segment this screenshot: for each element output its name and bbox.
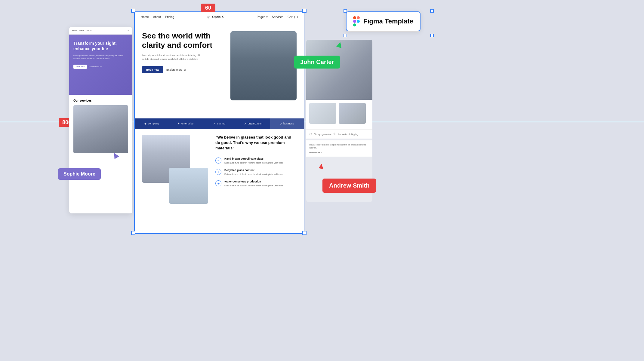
book-now-button[interactable]: Book now bbox=[142, 66, 163, 73]
tabs-bar: ◈ company ✦ enterprise ↗ startup ⟳ organ… bbox=[135, 118, 304, 129]
right-badges-row: ⊙ 30 days guarantee ✈ International ship… bbox=[306, 129, 372, 139]
nav-pages[interactable]: Pages ▾ bbox=[257, 15, 268, 19]
shipping-icon: ✈ bbox=[333, 132, 336, 136]
company-icon: ◈ bbox=[144, 122, 146, 125]
feature-desc-3: Duis aute irure dolor in reprehenderit i… bbox=[224, 184, 283, 187]
john-carter-badge: John Carter bbox=[294, 56, 340, 69]
figma-logo bbox=[353, 16, 360, 26]
figma-template-badge: Figma Template bbox=[346, 11, 421, 31]
left-explore-label: Explore more bbox=[89, 66, 100, 68]
left-explore-button[interactable]: Explore more ⊕ bbox=[89, 66, 102, 68]
logo-text: Optic X bbox=[212, 15, 224, 19]
enterprise-icon: ✦ bbox=[177, 122, 180, 125]
glasses-photo-2 bbox=[339, 103, 366, 124]
figma-handle-br[interactable] bbox=[430, 34, 434, 37]
left-hero: Transform your sight, enhance your life … bbox=[69, 35, 132, 95]
logo-icon: ◎ bbox=[207, 15, 210, 19]
hero-image bbox=[230, 31, 297, 100]
tab-organization[interactable]: ⟳ organization bbox=[236, 118, 270, 129]
right-hero-image bbox=[306, 40, 372, 100]
right-content-text: ulputat sed do eiusmod tempor incididunt… bbox=[309, 143, 369, 150]
tab-business[interactable]: ◇ business bbox=[270, 118, 304, 129]
figma-dot-purple bbox=[353, 20, 356, 23]
site-nav-right: Pages ▾ Services Cart (1) bbox=[257, 15, 298, 19]
left-explore-icon: ⊕ bbox=[100, 66, 102, 68]
feature-desc-2: Duis aute irure dolor in reprehenderit i… bbox=[224, 173, 283, 176]
feature-item-3: ◉ Water-conscious production Duis aute i… bbox=[215, 180, 297, 187]
tab-company[interactable]: ◈ company bbox=[135, 118, 168, 129]
nav-cart[interactable]: Cart (1) bbox=[288, 15, 298, 19]
feature-icon-1: 〜 bbox=[215, 158, 221, 164]
nav-home[interactable]: Home bbox=[141, 15, 149, 19]
right-product-grid bbox=[309, 103, 369, 124]
hero-buttons: Book now Explore more ⊕ bbox=[142, 66, 224, 73]
figma-dot-green bbox=[353, 23, 356, 26]
explore-button[interactable]: Explore more ⊕ bbox=[166, 68, 186, 71]
handle-top-right[interactable] bbox=[302, 9, 307, 13]
product-image-1 bbox=[309, 103, 336, 124]
organization-icon: ⟳ bbox=[244, 122, 246, 125]
left-hero-desc: Lorem ipsum dolor sit amet, consectetur … bbox=[73, 54, 128, 60]
figma-handle-tr[interactable] bbox=[430, 9, 434, 13]
tab-company-label: company bbox=[148, 122, 159, 125]
tab-business-label: business bbox=[283, 122, 294, 125]
feature-content-3: Water-conscious production Duis aute iru… bbox=[224, 180, 283, 187]
handle-top-left[interactable] bbox=[131, 9, 135, 13]
top-badge: 60 bbox=[201, 4, 215, 12]
left-nav: Home About Pricing ☰ bbox=[69, 27, 132, 35]
hero-section: See the world with clarity and comfort L… bbox=[135, 22, 304, 118]
feature-item-2: ↺ Recycled glass content Duis aute irure… bbox=[215, 169, 297, 176]
tab-startup[interactable]: ↗ startup bbox=[202, 118, 236, 129]
handle-bottom-right[interactable] bbox=[302, 231, 307, 235]
feature-icon-3: ◉ bbox=[215, 180, 221, 186]
product-image-2 bbox=[339, 103, 366, 124]
doctor-photo bbox=[169, 168, 208, 204]
right-learn-more[interactable]: Learn more → bbox=[309, 151, 369, 154]
feature-icon-2: ↺ bbox=[215, 169, 221, 175]
feature-item-1: 〜 Hand-blown borosilicate glass Duis aut… bbox=[215, 157, 297, 164]
guarantee-text: 30 days guarantee bbox=[314, 133, 331, 135]
site-logo: ◎ Optic X bbox=[207, 15, 224, 19]
figma-handle-bl[interactable] bbox=[344, 34, 347, 37]
hero-person-photo bbox=[230, 31, 297, 100]
nav-about[interactable]: About bbox=[153, 15, 161, 19]
left-book-now-button[interactable]: Book now bbox=[73, 65, 87, 69]
right-hero bbox=[306, 40, 372, 100]
hero-description: Lorem ipsum dolor sit amet, consectetur … bbox=[142, 54, 202, 61]
handle-bottom-left[interactable] bbox=[131, 231, 135, 235]
figma-dot-red bbox=[353, 16, 356, 19]
left-nav-home[interactable]: Home bbox=[72, 29, 77, 32]
explore-label: Explore more bbox=[166, 68, 183, 71]
left-frame: Home About Pricing ☰ Transform your sigh… bbox=[69, 27, 132, 213]
figma-dot-orange bbox=[357, 16, 360, 19]
left-services: Our services bbox=[69, 95, 132, 158]
content-images bbox=[142, 135, 208, 204]
left-nav-about[interactable]: About bbox=[79, 29, 84, 32]
feature-content-1: Hand-blown borosilicate glass Duis aute … bbox=[224, 157, 283, 164]
tab-organization-label: organization bbox=[248, 122, 262, 125]
feature-list: 〜 Hand-blown borosilicate glass Duis aut… bbox=[215, 157, 297, 188]
content-overlay-image bbox=[169, 168, 208, 204]
nav-services[interactable]: Services bbox=[272, 15, 283, 19]
services-photo bbox=[73, 105, 128, 153]
business-icon: ◇ bbox=[280, 122, 282, 125]
hero-title: See the world with clarity and comfort bbox=[142, 31, 224, 50]
left-services-image bbox=[73, 105, 128, 153]
shipping-text: International shipping bbox=[338, 133, 358, 135]
feature-content-2: Recycled glass content Duis aute irure d… bbox=[224, 169, 283, 176]
left-nav-icon: ☰ bbox=[128, 29, 129, 32]
sophie-moore-badge: Sophie Moore bbox=[58, 168, 101, 180]
nav-pricing[interactable]: Pricing bbox=[165, 15, 174, 19]
left-nav-pricing[interactable]: Pricing bbox=[87, 29, 92, 32]
right-content-section: ulputat sed do eiusmod tempor incididunt… bbox=[306, 140, 372, 157]
feature-title-1: Hand-blown borosilicate glass bbox=[224, 157, 283, 160]
quote-text: "We belive in glasses that look good and… bbox=[215, 135, 297, 151]
figma-badge-text: Figma Template bbox=[363, 17, 413, 25]
figma-handle-tl[interactable] bbox=[344, 9, 347, 13]
guarantee-icon: ⊙ bbox=[309, 132, 312, 136]
left-hero-title: Transform your sight, enhance your life bbox=[73, 41, 128, 51]
feature-title-2: Recycled glass content bbox=[224, 169, 283, 172]
startup-icon: ↗ bbox=[213, 122, 216, 125]
figma-dot-blue bbox=[357, 20, 360, 23]
tab-enterprise[interactable]: ✦ enterprise bbox=[168, 118, 202, 129]
